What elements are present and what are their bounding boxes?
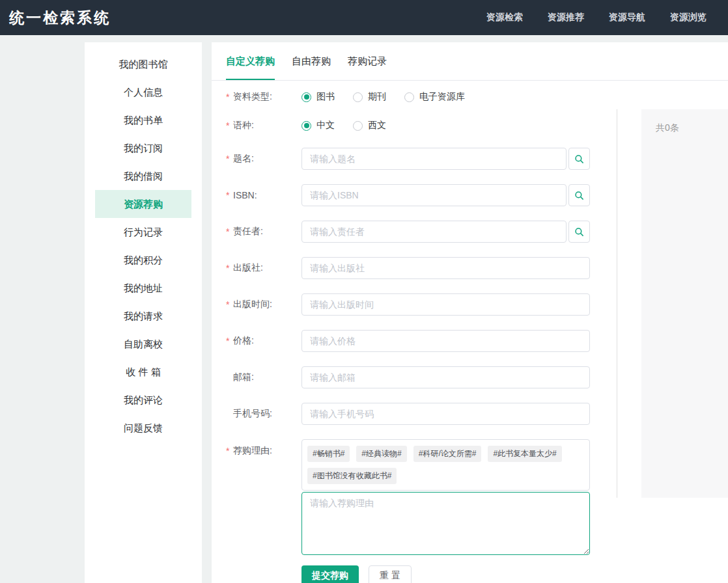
required-asterisk: *: [226, 299, 233, 310]
field-label: *责任者:: [226, 226, 301, 237]
sidebar-item[interactable]: 我的订阅: [95, 134, 191, 162]
field-label: *语种:: [226, 120, 301, 131]
field-label-text: ISBN:: [233, 190, 257, 200]
sidebar-item[interactable]: 问题反馈: [95, 414, 191, 442]
required-asterisk: *: [226, 120, 233, 131]
tab-bar: 自定义荐购自由荐购荐购记录: [212, 42, 728, 81]
search-button[interactable]: [568, 184, 590, 206]
tab[interactable]: 荐购记录: [348, 42, 387, 80]
radio-option[interactable]: 电子资源库: [404, 91, 465, 103]
radio-option-label: 电子资源库: [419, 91, 465, 103]
text-input[interactable]: [301, 293, 590, 316]
vertical-divider: [617, 109, 617, 498]
sidebar-item[interactable]: 行为记录: [95, 218, 191, 246]
sidebar-item[interactable]: 我的图书馆: [95, 50, 191, 78]
radio-option[interactable]: 期刊: [353, 91, 386, 103]
reason-tag-chip[interactable]: #图书馆没有收藏此书#: [307, 468, 397, 484]
text-input[interactable]: [301, 330, 590, 352]
text-input[interactable]: [301, 366, 590, 388]
radio-option[interactable]: 图书: [301, 91, 335, 103]
field-label: *价格:: [226, 335, 301, 347]
reason-tag-chip[interactable]: #经典读物#: [356, 446, 406, 462]
text-input[interactable]: [301, 184, 567, 206]
sidebar-item[interactable]: 我的积分: [95, 246, 191, 274]
radio-option[interactable]: 中文: [301, 120, 335, 131]
field-control: [301, 257, 590, 279]
radio-icon: [301, 92, 311, 102]
reason-tag-chip[interactable]: #畅销书#: [307, 446, 350, 462]
required-asterisk: *: [226, 336, 233, 346]
sidebar-item[interactable]: 我的借阅: [95, 162, 191, 190]
field-label-text: 题名:: [233, 153, 254, 165]
radio-option-label: 中文: [316, 120, 335, 131]
search-button[interactable]: [568, 148, 590, 170]
results-panel: 共0条: [641, 109, 728, 498]
field-label: *资料类型:: [226, 91, 301, 103]
radio-icon: [353, 92, 363, 102]
sidebar-item[interactable]: 我的地址: [95, 274, 191, 302]
search-button[interactable]: [568, 221, 590, 243]
required-asterisk: *: [226, 226, 233, 237]
radio-group: 中文 西文: [301, 120, 404, 131]
field-label: *邮箱:: [226, 372, 301, 383]
text-input[interactable]: [301, 257, 590, 279]
tab[interactable]: 自定义荐购: [226, 42, 275, 80]
app-header: 统一检索系统 资源检索资源推荐资源导航资源浏览: [0, 0, 728, 35]
search-icon: [574, 227, 584, 237]
radio-option-label: 期刊: [368, 91, 386, 103]
radio-option[interactable]: 西文: [353, 120, 386, 131]
sidebar-item[interactable]: 自助离校: [95, 330, 191, 358]
reason-tags-box: #畅销书##经典读物##科研/论文所需##此书复本量太少##图书馆没有收藏此书#: [301, 439, 590, 491]
reason-textarea[interactable]: [301, 492, 590, 555]
field-label-text: 责任者:: [233, 226, 263, 237]
submit-button[interactable]: 提交荐购: [301, 565, 359, 583]
radio-option-label: 图书: [316, 91, 335, 103]
text-input[interactable]: [301, 221, 567, 243]
reason-tag-chip[interactable]: #科研/论文所需#: [413, 446, 482, 462]
sidebar-item[interactable]: 我的评论: [95, 386, 191, 414]
field-control: [301, 403, 590, 425]
required-asterisk: *: [226, 263, 233, 273]
sidebar-menu: 我的图书馆个人信息我的书单我的订阅我的借阅资源荐购行为记录我的积分我的地址我的请…: [85, 42, 202, 442]
sidebar-item[interactable]: 我的请求: [95, 302, 191, 330]
radio-group: 图书 期刊 电子资源库: [301, 91, 483, 103]
field-control: [301, 330, 590, 352]
required-asterisk: *: [226, 92, 233, 102]
nav-item[interactable]: 资源推荐: [548, 12, 584, 23]
text-input[interactable]: [301, 148, 567, 170]
field-label-text: 荐购理由:: [233, 445, 272, 457]
text-input[interactable]: [301, 403, 590, 425]
nav-item[interactable]: 资源检索: [486, 12, 523, 23]
reason-tag-chip[interactable]: #此书复本量太少#: [488, 446, 561, 462]
field-label-text: 邮箱:: [233, 372, 254, 383]
field-control: [301, 184, 590, 206]
field-label: *荐购理由:: [226, 439, 301, 457]
radio-icon: [301, 121, 311, 131]
result-count: 共0条: [641, 109, 728, 134]
reset-button[interactable]: 重 置: [369, 565, 412, 583]
required-asterisk: *: [226, 154, 233, 164]
nav-item[interactable]: 资源导航: [609, 12, 645, 23]
field-label: *ISBN:: [226, 190, 301, 200]
field-label: *题名:: [226, 153, 301, 165]
tab[interactable]: 自由荐购: [292, 42, 331, 80]
nav-item[interactable]: 资源浏览: [670, 12, 707, 23]
required-asterisk: *: [226, 446, 233, 456]
field-label: *手机号码:: [226, 408, 301, 420]
sidebar-item[interactable]: 个人信息: [95, 78, 191, 106]
sidebar-item[interactable]: 资源荐购: [95, 190, 191, 218]
app-title: 统一检索系统: [9, 8, 111, 28]
field-control: [301, 148, 590, 170]
search-icon: [574, 154, 584, 164]
field-label-text: 语种:: [233, 120, 254, 131]
top-nav: 资源检索资源推荐资源导航资源浏览: [486, 12, 707, 23]
search-icon: [574, 191, 584, 200]
field-label-text: 手机号码:: [233, 408, 272, 420]
main-panel: 自定义荐购自由荐购荐购记录 *资料类型: 图书 期刊 电子资源库 *语种: 中文…: [212, 42, 728, 583]
field-label-text: 价格:: [233, 335, 254, 347]
field-label-text: 出版社:: [233, 262, 263, 274]
sidebar-item[interactable]: 我的书单: [95, 106, 191, 134]
field-label-text: 出版时间:: [233, 299, 272, 310]
field-control: [301, 366, 590, 388]
sidebar-item[interactable]: 收 件 箱: [95, 358, 191, 386]
